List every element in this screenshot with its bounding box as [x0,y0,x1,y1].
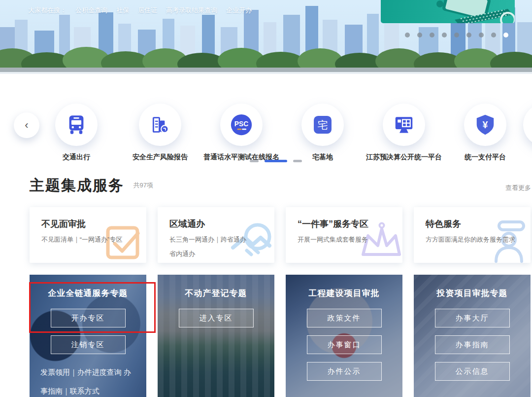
hot-search-keyword-gaokao[interactable]: 高考录取结果查询 [166,6,217,15]
policy-docs-button[interactable]: 政策文件 [307,309,382,327]
hero-banner: 大家都在搜： 公积金查询 社保 居住证 高考录取结果查询 企业开办 [0,0,532,74]
quick-services-pager[interactable] [250,160,302,162]
hot-search-keyword-gongjijin[interactable]: 公积金查询 [75,6,107,15]
service-window-button[interactable]: 办事窗口 [307,335,382,354]
payment-shield-icon: ¥ [473,113,497,137]
quick-service-item-psc-test[interactable]: PSC 普通话水平测试在线报名 [197,104,286,162]
pager-dash-active[interactable] [265,160,287,162]
photo-card-real-estate[interactable]: 不动产登记专题 进入专区 [158,275,274,397]
photo-cards-row: 企业全链通服务专题 开办专区 注销专区 发票领用｜办件进度查询 办 事指南｜联系… [30,275,531,397]
section-count-badge: 共97项 [133,181,153,190]
building-report-icon [149,113,171,136]
theme-cards-row: 不见面审批 不见面清单｜“一网通办”专区 区域通办 长三角一网通办｜跨省通办 省… [30,207,531,263]
quick-service-item-homestead[interactable]: 宅 宅基地 [278,104,367,162]
case-publicity-button[interactable]: 办件公示 [307,362,382,381]
theme-card-desc: 不见面清单｜“一网通办”专区 [41,235,146,244]
photo-card-title: 不动产登记专题 [185,288,247,299]
carousel-dot[interactable] [454,33,459,37]
psc-badge-icon: PSC [229,112,254,138]
service-hall-button[interactable]: 办事大厅 [435,309,510,327]
publicity-info-button[interactable]: 公示信息 [435,362,510,381]
theme-card-title: “一件事”服务专区 [298,218,402,230]
theme-card-regional-services[interactable]: 区域通办 长三角一网通办｜跨省通办 省内通办 [158,207,274,263]
photo-card-enterprise-chain[interactable]: 企业全链通服务专题 开办专区 注销专区 发票领用｜办件进度查询 办 事指南｜联系… [30,275,146,397]
photo-card-construction-approval[interactable]: 工程建设项目审批 政策文件 办事窗口 办件公示 [286,275,402,397]
theme-card-title: 区域通办 [169,218,274,230]
svg-text:¥: ¥ [483,119,488,130]
footer-line: 发票领用｜办件进度查询 办 [40,363,131,382]
theme-card-featured-services[interactable]: 特色服务 方方面面满足你的政务服务需求 [414,207,531,263]
quick-service-item-budget-platform[interactable]: 江苏预决算公开统一平台 [360,104,448,162]
photo-card-title: 投资项目审批专题 [437,288,508,299]
theme-card-desc: 长三角一网通办｜跨省通办 [169,235,274,244]
hot-search-bar: 大家都在搜： 公积金查询 社保 居住证 高考录取结果查询 企业开办 [28,6,252,15]
view-more-link[interactable]: 查看更多 [505,183,531,192]
carousel-dot[interactable] [466,33,471,37]
bus-icon [65,113,88,136]
laptop-illustration [381,0,515,23]
page-section-title: 主题集成服务 [30,176,124,196]
pager-dash[interactable] [250,160,259,162]
hot-search-prefix: 大家都在搜： [28,6,66,15]
carousel-dot[interactable] [491,33,496,37]
hot-search-keyword-qiyekaiban[interactable]: 企业开办 [226,6,252,15]
open-zone-button[interactable]: 开办专区 [51,309,126,327]
quick-service-item-payment-platform[interactable]: ¥ 统一支付平台 [441,104,530,162]
carousel-dot[interactable] [405,33,410,37]
gov-services-portal-page: 大家都在搜： 公积金查询 社保 居住证 高考录取结果查询 企业开办 [0,0,532,397]
quick-service-label: 安全生产风险报告 [116,153,204,162]
promo-banner[interactable] [381,0,515,23]
pager-dash[interactable] [293,160,302,162]
carousel-dot[interactable] [417,33,422,37]
enter-zone-button[interactable]: 进入专区 [179,309,254,327]
carousel-dot-active[interactable] [503,33,508,37]
theme-card-one-thing-zone[interactable]: “一件事”服务专区 开展一网式集成套餐服务 [286,207,402,263]
theme-card-contactless-approval[interactable]: 不见面审批 不见面清单｜“一网通办”专区 [30,207,146,263]
carousel-dot[interactable] [430,33,434,37]
carousel-dot[interactable] [442,33,447,37]
carousel-dot[interactable] [479,33,484,37]
theme-card-desc: 开展一网式集成套餐服务 [298,235,402,244]
hero-carousel-dots[interactable] [405,33,508,37]
quick-service-label: 江苏预决算公开统一平台 [360,153,448,162]
quick-service-item-transport[interactable]: 交通出行 [32,104,121,162]
quick-service-item-safety-report[interactable]: 安全生产风险报告 [116,104,204,162]
photo-card-footer: 发票领用｜办件进度查询 办 事指南｜联系方式 [40,363,131,397]
cancel-zone-button[interactable]: 注销专区 [51,335,126,354]
svg-text:PSC: PSC [234,120,248,128]
theme-card-desc: 省内通办 [169,250,274,258]
service-guide-button[interactable]: 办事指南 [435,335,510,354]
hot-search-keyword-juzhuzheng[interactable]: 居住证 [138,6,157,15]
quick-service-label: 交通出行 [32,153,121,162]
theme-card-title: 特色服务 [426,218,531,230]
photo-card-title: 工程建设项目审批 [309,288,380,299]
quick-service-label: 统一支付平台 [441,153,530,162]
photo-card-title: 企业全链通服务专题 [48,288,128,299]
photo-card-investment-approval[interactable]: 投资项目审批专题 办事大厅 办事指南 公示信息 [414,275,531,397]
monitor-grid-icon [392,113,416,137]
theme-card-title: 不见面审批 [41,218,146,230]
footer-line: 事指南｜联系方式 [40,382,131,397]
quick-services-carousel: ‹ 交通出行 [0,74,532,173]
theme-card-desc: 方方面面满足你的政务服务需求 [426,235,531,244]
svg-text:宅: 宅 [317,119,328,131]
homestead-icon: 宅 [310,112,335,137]
hot-search-keyword-shebao[interactable]: 社保 [116,6,129,15]
theme-section-header: 主题集成服务 共97项 查看更多 [30,176,532,197]
